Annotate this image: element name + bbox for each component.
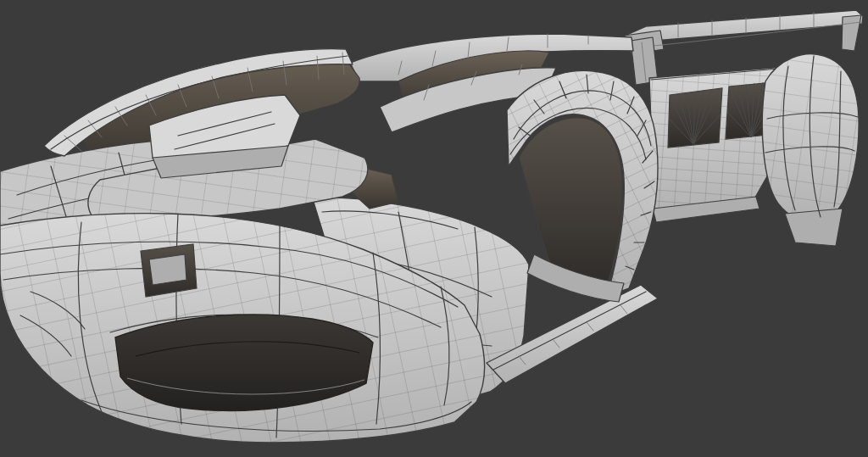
quarter-vent-left	[668, 88, 722, 148]
bumper-duct	[141, 244, 197, 297]
rear-fender-mesh	[762, 54, 859, 222]
intake-opening	[115, 315, 373, 411]
viewport[interactable]	[0, 0, 868, 457]
rear-fender-arch	[507, 70, 658, 302]
duct-bar	[149, 254, 186, 285]
viewport-canvas[interactable]	[0, 0, 868, 457]
